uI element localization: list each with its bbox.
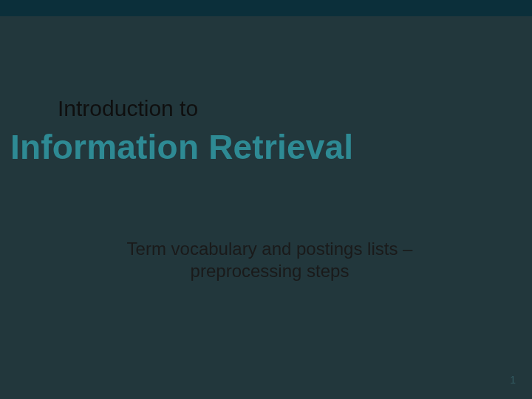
- slide-pretitle: Introduction to: [58, 96, 198, 121]
- slide-body: Introduction to Information Retrieval Te…: [0, 0, 532, 399]
- slide-subtitle: Term vocabulary and postings lists – pre…: [111, 238, 429, 282]
- slide-title: Information Retrieval: [10, 127, 353, 167]
- page-number: 1: [510, 374, 516, 386]
